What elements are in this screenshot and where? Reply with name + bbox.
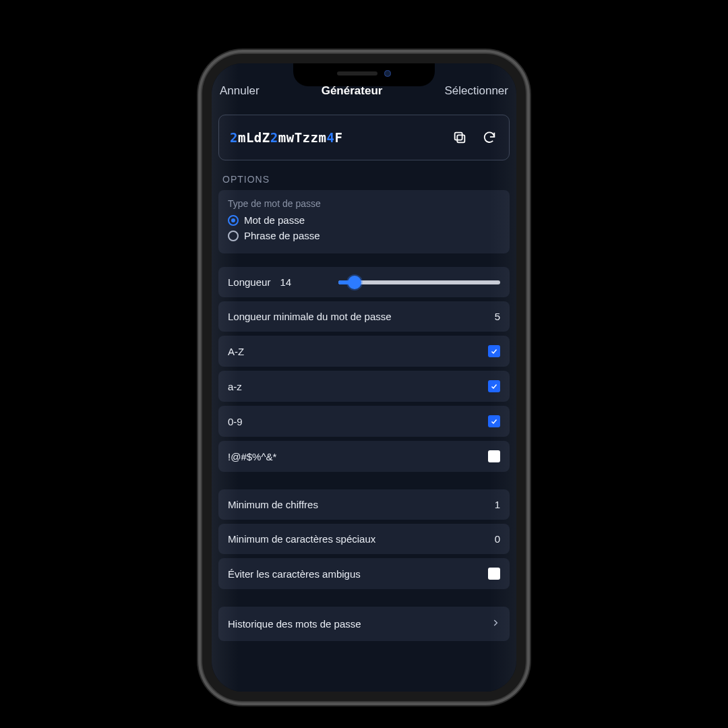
password-type-title: Type de mot de passe bbox=[228, 198, 500, 209]
digits-checkbox[interactable] bbox=[488, 415, 500, 427]
generated-password-text: 2mLdZ2mwTzzm4F bbox=[230, 130, 342, 145]
avoid-ambiguous-row[interactable]: Éviter les caractères ambigus bbox=[218, 558, 510, 589]
min-length-value: 5 bbox=[495, 311, 500, 322]
min-digits-label: Minimum de chiffres bbox=[228, 499, 318, 510]
slider-thumb-icon[interactable] bbox=[348, 276, 361, 289]
special-row[interactable]: !@#$%^&* bbox=[218, 441, 510, 472]
digits-label: 0-9 bbox=[228, 416, 243, 427]
lowercase-label: a-z bbox=[228, 381, 242, 392]
length-row: Longueur 14 bbox=[218, 267, 510, 297]
speaker-icon bbox=[337, 71, 377, 75]
password-type-group: Type de mot de passe Mot de passe Phrase… bbox=[218, 190, 510, 253]
password-actions bbox=[451, 129, 498, 146]
length-value: 14 bbox=[280, 276, 291, 288]
min-length-label: Longueur minimale du mot de passe bbox=[228, 311, 392, 322]
min-digits-row[interactable]: Minimum de chiffres 1 bbox=[218, 489, 510, 520]
lowercase-row[interactable]: a-z bbox=[218, 371, 510, 402]
options-section-label: OPTIONS bbox=[222, 174, 506, 185]
svg-rect-0 bbox=[457, 135, 464, 142]
min-special-value: 0 bbox=[495, 533, 500, 545]
phone-power-button bbox=[527, 202, 531, 263]
svg-rect-1 bbox=[455, 133, 462, 140]
copy-icon[interactable] bbox=[451, 129, 468, 146]
min-special-label: Minimum de caractères spéciaux bbox=[228, 533, 375, 545]
radio-passphrase[interactable]: Phrase de passe bbox=[228, 230, 500, 241]
phone-frame: Annuler Générateur Sélectionner 2mLdZ2mw… bbox=[202, 54, 526, 701]
avoid-ambiguous-checkbox[interactable] bbox=[488, 568, 500, 580]
page-title: Générateur bbox=[322, 84, 383, 98]
cancel-button[interactable]: Annuler bbox=[220, 84, 260, 98]
avoid-ambiguous-label: Éviter les caractères ambigus bbox=[228, 568, 361, 580]
content-area: 2mLdZ2mwTzzm4F OPTIONS Type de mot de pa… bbox=[212, 108, 516, 692]
generated-password-box: 2mLdZ2mwTzzm4F bbox=[218, 115, 510, 160]
radio-icon bbox=[228, 215, 239, 226]
history-row[interactable]: Historique des mots de passe bbox=[218, 607, 510, 641]
phone-volume-down bbox=[197, 249, 201, 293]
min-special-row[interactable]: Minimum de caractères spéciaux 0 bbox=[218, 524, 510, 554]
chevron-right-icon bbox=[491, 616, 500, 632]
uppercase-label: A-Z bbox=[228, 346, 244, 357]
lowercase-checkbox[interactable] bbox=[488, 380, 500, 392]
min-digits-value: 1 bbox=[495, 499, 500, 510]
phone-mute-switch bbox=[197, 155, 201, 179]
phone-volume-up bbox=[197, 195, 201, 239]
select-button[interactable]: Sélectionner bbox=[444, 84, 508, 98]
radio-passphrase-label: Phrase de passe bbox=[244, 230, 320, 241]
min-length-row[interactable]: Longueur minimale du mot de passe 5 bbox=[218, 301, 510, 332]
uppercase-checkbox[interactable] bbox=[488, 345, 500, 357]
length-label: Longueur bbox=[228, 276, 270, 288]
phone-notch bbox=[293, 63, 435, 86]
history-label: Historique des mots de passe bbox=[228, 618, 361, 630]
radio-password[interactable]: Mot de passe bbox=[228, 214, 500, 226]
stage: Annuler Générateur Sélectionner 2mLdZ2mw… bbox=[0, 0, 728, 728]
app-screen: Annuler Générateur Sélectionner 2mLdZ2mw… bbox=[212, 63, 516, 692]
radio-password-label: Mot de passe bbox=[244, 214, 305, 226]
radio-icon bbox=[228, 231, 239, 241]
special-label: !@#$%^&* bbox=[228, 451, 276, 462]
length-slider[interactable] bbox=[338, 280, 500, 284]
uppercase-row[interactable]: A-Z bbox=[218, 336, 510, 367]
camera-icon bbox=[384, 70, 391, 77]
refresh-icon[interactable] bbox=[481, 129, 498, 146]
digits-row[interactable]: 0-9 bbox=[218, 406, 510, 437]
special-checkbox[interactable] bbox=[488, 450, 500, 462]
